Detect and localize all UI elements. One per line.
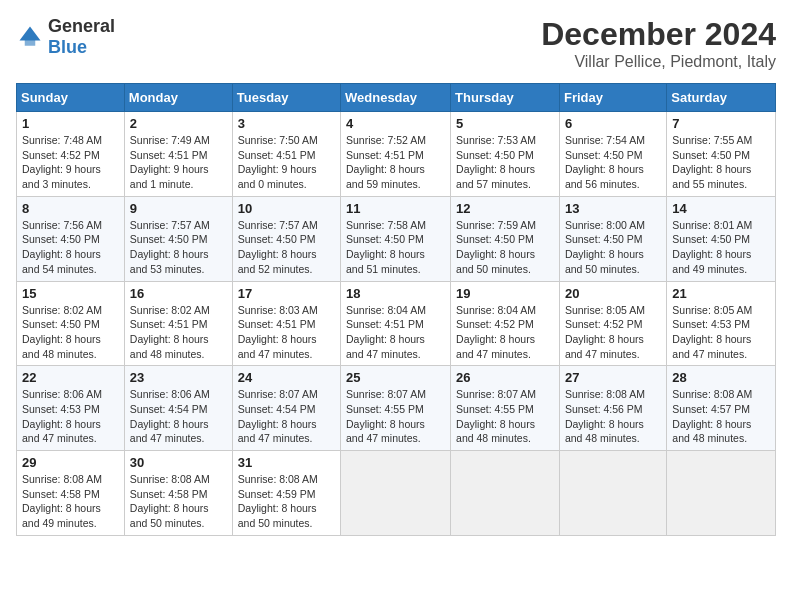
day-number: 4 [346, 116, 445, 131]
day-number: 20 [565, 286, 661, 301]
day-info: Sunrise: 8:05 AMSunset: 4:53 PMDaylight:… [672, 303, 770, 362]
calendar-cell: 29Sunrise: 8:08 AMSunset: 4:58 PMDayligh… [17, 451, 125, 536]
day-number: 17 [238, 286, 335, 301]
calendar-cell: 7Sunrise: 7:55 AMSunset: 4:50 PMDaylight… [667, 112, 776, 197]
calendar-cell: 25Sunrise: 8:07 AMSunset: 4:55 PMDayligh… [341, 366, 451, 451]
day-number: 23 [130, 370, 227, 385]
day-info: Sunrise: 7:48 AMSunset: 4:52 PMDaylight:… [22, 133, 119, 192]
day-number: 9 [130, 201, 227, 216]
day-info: Sunrise: 8:07 AMSunset: 4:55 PMDaylight:… [346, 387, 445, 446]
calendar-cell: 2Sunrise: 7:49 AMSunset: 4:51 PMDaylight… [124, 112, 232, 197]
day-info: Sunrise: 8:02 AMSunset: 4:51 PMDaylight:… [130, 303, 227, 362]
calendar-cell: 30Sunrise: 8:08 AMSunset: 4:58 PMDayligh… [124, 451, 232, 536]
calendar-cell: 15Sunrise: 8:02 AMSunset: 4:50 PMDayligh… [17, 281, 125, 366]
calendar-cell [559, 451, 666, 536]
weekday-header-monday: Monday [124, 84, 232, 112]
day-info: Sunrise: 8:02 AMSunset: 4:50 PMDaylight:… [22, 303, 119, 362]
day-info: Sunrise: 8:07 AMSunset: 4:54 PMDaylight:… [238, 387, 335, 446]
calendar-cell: 27Sunrise: 8:08 AMSunset: 4:56 PMDayligh… [559, 366, 666, 451]
day-info: Sunrise: 8:08 AMSunset: 4:59 PMDaylight:… [238, 472, 335, 531]
day-info: Sunrise: 8:06 AMSunset: 4:54 PMDaylight:… [130, 387, 227, 446]
calendar-cell: 11Sunrise: 7:58 AMSunset: 4:50 PMDayligh… [341, 196, 451, 281]
calendar-cell: 5Sunrise: 7:53 AMSunset: 4:50 PMDaylight… [451, 112, 560, 197]
calendar-cell: 28Sunrise: 8:08 AMSunset: 4:57 PMDayligh… [667, 366, 776, 451]
weekday-header-sunday: Sunday [17, 84, 125, 112]
day-number: 8 [22, 201, 119, 216]
week-row-1: 8Sunrise: 7:56 AMSunset: 4:50 PMDaylight… [17, 196, 776, 281]
day-number: 2 [130, 116, 227, 131]
calendar-cell: 16Sunrise: 8:02 AMSunset: 4:51 PMDayligh… [124, 281, 232, 366]
logo-text: General Blue [48, 16, 115, 58]
day-number: 18 [346, 286, 445, 301]
day-info: Sunrise: 8:08 AMSunset: 4:57 PMDaylight:… [672, 387, 770, 446]
day-number: 30 [130, 455, 227, 470]
day-number: 25 [346, 370, 445, 385]
day-info: Sunrise: 7:57 AMSunset: 4:50 PMDaylight:… [238, 218, 335, 277]
calendar-cell: 1Sunrise: 7:48 AMSunset: 4:52 PMDaylight… [17, 112, 125, 197]
day-info: Sunrise: 8:01 AMSunset: 4:50 PMDaylight:… [672, 218, 770, 277]
day-info: Sunrise: 7:56 AMSunset: 4:50 PMDaylight:… [22, 218, 119, 277]
day-info: Sunrise: 7:59 AMSunset: 4:50 PMDaylight:… [456, 218, 554, 277]
week-row-4: 29Sunrise: 8:08 AMSunset: 4:58 PMDayligh… [17, 451, 776, 536]
day-info: Sunrise: 7:55 AMSunset: 4:50 PMDaylight:… [672, 133, 770, 192]
day-number: 5 [456, 116, 554, 131]
day-info: Sunrise: 7:52 AMSunset: 4:51 PMDaylight:… [346, 133, 445, 192]
calendar-cell: 3Sunrise: 7:50 AMSunset: 4:51 PMDaylight… [232, 112, 340, 197]
day-info: Sunrise: 8:06 AMSunset: 4:53 PMDaylight:… [22, 387, 119, 446]
calendar-cell: 18Sunrise: 8:04 AMSunset: 4:51 PMDayligh… [341, 281, 451, 366]
calendar-cell: 19Sunrise: 8:04 AMSunset: 4:52 PMDayligh… [451, 281, 560, 366]
day-info: Sunrise: 7:54 AMSunset: 4:50 PMDaylight:… [565, 133, 661, 192]
header: General Blue December 2024 Villar Pellic… [16, 16, 776, 71]
day-info: Sunrise: 8:08 AMSunset: 4:58 PMDaylight:… [22, 472, 119, 531]
day-info: Sunrise: 7:53 AMSunset: 4:50 PMDaylight:… [456, 133, 554, 192]
svg-marker-2 [25, 35, 36, 46]
day-number: 16 [130, 286, 227, 301]
day-info: Sunrise: 8:04 AMSunset: 4:51 PMDaylight:… [346, 303, 445, 362]
day-number: 3 [238, 116, 335, 131]
day-number: 12 [456, 201, 554, 216]
day-number: 24 [238, 370, 335, 385]
logo-general: General [48, 16, 115, 36]
day-number: 1 [22, 116, 119, 131]
calendar-cell: 31Sunrise: 8:08 AMSunset: 4:59 PMDayligh… [232, 451, 340, 536]
week-row-3: 22Sunrise: 8:06 AMSunset: 4:53 PMDayligh… [17, 366, 776, 451]
calendar-cell [667, 451, 776, 536]
day-number: 29 [22, 455, 119, 470]
logo: General Blue [16, 16, 115, 58]
day-info: Sunrise: 8:08 AMSunset: 4:56 PMDaylight:… [565, 387, 661, 446]
day-number: 27 [565, 370, 661, 385]
calendar-cell: 17Sunrise: 8:03 AMSunset: 4:51 PMDayligh… [232, 281, 340, 366]
day-number: 26 [456, 370, 554, 385]
day-number: 10 [238, 201, 335, 216]
title-area: December 2024 Villar Pellice, Piedmont, … [541, 16, 776, 71]
day-number: 15 [22, 286, 119, 301]
calendar-cell: 8Sunrise: 7:56 AMSunset: 4:50 PMDaylight… [17, 196, 125, 281]
weekday-header-saturday: Saturday [667, 84, 776, 112]
calendar-cell: 26Sunrise: 8:07 AMSunset: 4:55 PMDayligh… [451, 366, 560, 451]
day-number: 14 [672, 201, 770, 216]
month-title: December 2024 [541, 16, 776, 53]
calendar-cell: 9Sunrise: 7:57 AMSunset: 4:50 PMDaylight… [124, 196, 232, 281]
calendar-cell: 20Sunrise: 8:05 AMSunset: 4:52 PMDayligh… [559, 281, 666, 366]
calendar-cell: 23Sunrise: 8:06 AMSunset: 4:54 PMDayligh… [124, 366, 232, 451]
calendar-cell: 24Sunrise: 8:07 AMSunset: 4:54 PMDayligh… [232, 366, 340, 451]
calendar-cell: 13Sunrise: 8:00 AMSunset: 4:50 PMDayligh… [559, 196, 666, 281]
location-title: Villar Pellice, Piedmont, Italy [541, 53, 776, 71]
calendar-cell: 21Sunrise: 8:05 AMSunset: 4:53 PMDayligh… [667, 281, 776, 366]
day-info: Sunrise: 8:08 AMSunset: 4:58 PMDaylight:… [130, 472, 227, 531]
logo-blue: Blue [48, 37, 87, 57]
day-number: 31 [238, 455, 335, 470]
day-info: Sunrise: 7:49 AMSunset: 4:51 PMDaylight:… [130, 133, 227, 192]
calendar-cell: 6Sunrise: 7:54 AMSunset: 4:50 PMDaylight… [559, 112, 666, 197]
day-info: Sunrise: 7:57 AMSunset: 4:50 PMDaylight:… [130, 218, 227, 277]
day-number: 11 [346, 201, 445, 216]
weekday-header-tuesday: Tuesday [232, 84, 340, 112]
week-row-2: 15Sunrise: 8:02 AMSunset: 4:50 PMDayligh… [17, 281, 776, 366]
day-number: 28 [672, 370, 770, 385]
day-number: 22 [22, 370, 119, 385]
day-info: Sunrise: 8:07 AMSunset: 4:55 PMDaylight:… [456, 387, 554, 446]
calendar-cell: 10Sunrise: 7:57 AMSunset: 4:50 PMDayligh… [232, 196, 340, 281]
calendar-cell: 22Sunrise: 8:06 AMSunset: 4:53 PMDayligh… [17, 366, 125, 451]
weekday-header-row: SundayMondayTuesdayWednesdayThursdayFrid… [17, 84, 776, 112]
logo-icon [16, 23, 44, 51]
